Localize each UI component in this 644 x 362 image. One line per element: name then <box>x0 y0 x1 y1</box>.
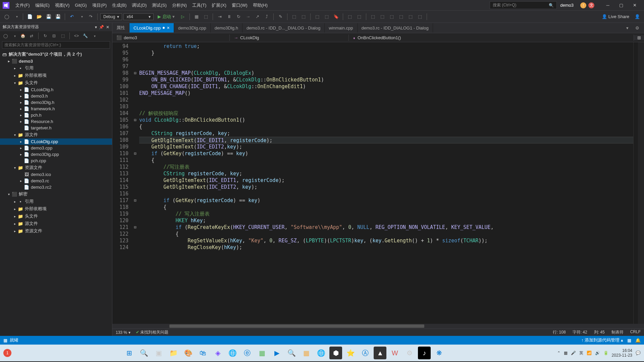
tree-item[interactable]: ▸📄demo3.h <box>0 93 112 99</box>
menu-item[interactable]: 生成(B) <box>109 1 129 9</box>
sx-sync-icon[interactable]: ⇄ <box>28 33 35 39</box>
nav-member-dropdown[interactable]: ⬧OnBnClickedButton1() <box>349 35 634 41</box>
chevron-icon[interactable]: ▸ <box>12 229 17 233</box>
nav-scope-dropdown[interactable]: ⬛demo3 <box>112 35 230 41</box>
menu-item[interactable]: 工具(T) <box>190 1 209 9</box>
tb-icon[interactable]: ✎ <box>276 13 284 21</box>
tb-icon[interactable]: ⬚ <box>290 13 298 21</box>
tb-icon[interactable]: ⬚ <box>416 13 424 21</box>
app-icon[interactable]: ⬢ <box>329 347 342 359</box>
save-all-button[interactable]: 💾 <box>54 13 62 21</box>
tb-icon[interactable]: ⬚ <box>313 13 321 21</box>
tree-item[interactable]: ▸📄demo3Dlg.h <box>0 99 112 106</box>
tb-icon[interactable]: ⬚ <box>369 13 377 21</box>
explorer-icon[interactable]: 📁 <box>167 347 180 359</box>
menu-item[interactable]: 帮助(H) <box>250 1 270 9</box>
chevron-icon[interactable]: ▸ <box>12 222 17 226</box>
tb-icon[interactable]: ⇥ <box>216 13 224 21</box>
tb-icon[interactable]: ⏸ <box>225 13 233 21</box>
dropdown-icon[interactable]: ▾ <box>95 25 97 29</box>
volume-icon[interactable]: 🔊 <box>595 351 600 355</box>
chevron-icon[interactable]: ▸ <box>12 200 17 203</box>
settings-icon[interactable]: ⚙ <box>403 347 416 359</box>
clock[interactable]: 16:04 2023-11-23 <box>612 348 632 358</box>
app-icon[interactable]: Ⓐ <box>359 347 372 359</box>
tree-item[interactable]: ▸⬛demo3 <box>0 58 112 64</box>
tb-icon[interactable]: ⬚ <box>323 13 331 21</box>
document-tab[interactable]: 属性 <box>112 23 129 33</box>
chevron-icon[interactable]: ▸ <box>18 120 23 123</box>
tree-item[interactable]: ▸▪引用 <box>0 64 112 72</box>
tray-app-icon[interactable]: ▦ <box>564 351 568 355</box>
minimize-button[interactable]: ─ <box>601 0 614 11</box>
document-tab[interactable]: demo3.rc - IDD_D..._DIALOG - Dialog <box>243 23 325 33</box>
chevron-icon[interactable]: ▸ <box>12 74 17 77</box>
tb-icon[interactable]: ⬚ <box>355 13 363 21</box>
tb-icon[interactable]: → <box>244 13 252 21</box>
sx-collapse-icon[interactable]: ⊟ <box>51 33 57 39</box>
tree-item[interactable]: ▸📁外部依赖项 <box>0 205 112 213</box>
notifications-icon[interactable]: 💬 <box>636 351 641 355</box>
start-button[interactable]: ⊞ <box>123 347 136 359</box>
tb-icon[interactable]: ⬚ <box>346 13 354 21</box>
bookmark-icon[interactable]: 🔖 <box>332 13 340 21</box>
tb-icon[interactable]: ▦ <box>193 13 201 21</box>
account-icon[interactable]: 👤 <box>633 13 641 21</box>
tree-item[interactable]: ▸▪引用 <box>0 198 112 205</box>
tree-item[interactable]: ▸📁源文件 <box>0 220 112 227</box>
scm-button[interactable]: ↑ 添加到源代码管理 ▴ <box>581 337 623 343</box>
app-icon[interactable]: ▦ <box>256 347 268 359</box>
tray-chevron-icon[interactable]: ⌃ <box>557 351 560 355</box>
ime-indicator[interactable]: 英 <box>579 350 583 356</box>
ide-search-input[interactable]: 搜索 (Ctrl+Q) 🔍 <box>490 1 557 9</box>
sync-badge[interactable]: 文 <box>588 2 594 8</box>
document-tab[interactable]: demo3Dlg.h <box>211 23 243 33</box>
tree-item[interactable]: 📄demo3.rc2 <box>0 184 112 190</box>
menu-item[interactable]: 分析(N) <box>169 1 190 9</box>
sx-refresh-icon[interactable]: ↻ <box>42 33 49 39</box>
back-button[interactable]: ◯ <box>3 13 11 21</box>
chevron-icon[interactable]: ▸ <box>18 140 23 143</box>
col-indicator[interactable]: 列: 45 <box>594 329 605 335</box>
tree-item[interactable]: ▾📁头文件 <box>0 79 112 86</box>
tab-mode[interactable]: 制表符 <box>611 329 624 335</box>
close-window-button[interactable]: ✕ <box>628 0 641 11</box>
chevron-icon[interactable]: ▸ <box>18 101 23 104</box>
menu-item[interactable]: 测试(S) <box>149 1 169 9</box>
battery-icon[interactable]: 🔋 <box>603 351 608 355</box>
new-item-button[interactable]: 📄 <box>26 13 34 21</box>
vertical-scrollbar[interactable] <box>633 42 638 324</box>
forward-dropdown[interactable] <box>12 13 20 21</box>
menu-item[interactable]: 调试(D) <box>129 1 149 9</box>
menu-item[interactable]: 视图(V) <box>52 1 72 9</box>
tiktok-icon[interactable]: ♪ <box>418 347 431 359</box>
tb-icon[interactable]: ⬚ <box>388 13 396 21</box>
chevron-icon[interactable]: ▸ <box>12 207 17 211</box>
tree-item[interactable]: ▾📁源文件 <box>0 131 112 138</box>
tab-dropdown-icon[interactable]: ▾ <box>623 24 631 32</box>
chevron-icon[interactable]: ▾ <box>12 81 17 85</box>
tree-item[interactable]: ▸📁资源文件 <box>0 227 112 235</box>
undo-dropdown[interactable] <box>77 13 85 21</box>
tree-item[interactable]: 📄targetver.h <box>0 125 112 131</box>
undo-button[interactable]: ↶ <box>68 13 76 21</box>
chevron-icon[interactable]: ▸ <box>18 94 23 98</box>
horizontal-scrollbar[interactable] <box>112 324 644 328</box>
document-tab[interactable]: winmain.cpp <box>325 23 357 33</box>
app-icon[interactable]: ▦ <box>300 347 313 359</box>
char-indicator[interactable]: 字符: 42 <box>573 329 587 335</box>
menu-item[interactable]: 窗口(W) <box>229 1 250 9</box>
tree-item[interactable]: ▸📄Resource.h <box>0 118 112 125</box>
wps-icon[interactable]: W <box>388 347 401 359</box>
tree-item[interactable]: ▸📄CLcokDlg.cpp <box>0 138 112 145</box>
warning-badge[interactable]: ! <box>580 2 586 8</box>
menu-item[interactable]: 项目(P) <box>90 1 109 9</box>
document-tab[interactable]: CLcokDlg.cpp✕ <box>129 23 174 33</box>
tb-icon[interactable]: ⬚ <box>378 13 386 21</box>
tree-item[interactable]: ▸📄demo3.rc <box>0 178 112 184</box>
open-folder-button[interactable]: 📂 <box>35 13 43 21</box>
app-icon[interactable]: 🔍 <box>285 347 298 359</box>
tb-icon[interactable]: ↻ <box>234 13 243 21</box>
sx-props-icon[interactable]: 🔧 <box>82 33 89 39</box>
live-share-button[interactable]: 👤Live Share <box>599 13 632 20</box>
